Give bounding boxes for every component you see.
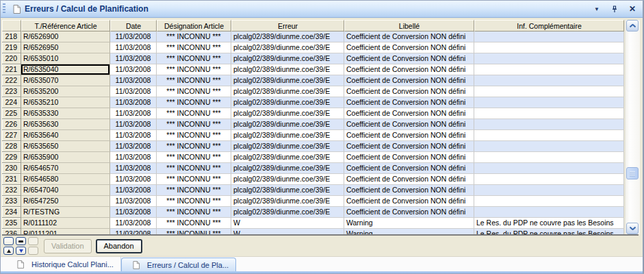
cell-rownum[interactable]: 227 <box>2 130 21 141</box>
cell-designation[interactable]: *** INCONNU *** <box>157 141 231 152</box>
cell-date[interactable]: 11/03/2008 <box>110 218 157 229</box>
cell-designation[interactable]: *** INCONNU *** <box>157 75 231 86</box>
cell-inf[interactable] <box>474 86 624 97</box>
validation-button[interactable]: Validation <box>44 239 92 253</box>
cell-designation[interactable]: *** INCONNU *** <box>157 185 231 196</box>
cell-reference[interactable]: R/6535210 <box>21 97 110 108</box>
cell-reference[interactable]: R/6547040 <box>21 185 110 196</box>
cell-libelle[interactable]: Coefficient de Conversion NON défini <box>344 196 474 207</box>
cell-rownum[interactable]: 223 <box>2 86 21 97</box>
pin-icon[interactable] <box>610 3 619 14</box>
close-icon[interactable]: ✕ <box>628 3 637 14</box>
cell-erreur[interactable]: plcalg02/389/diunme.coe/39/E <box>231 130 344 141</box>
table-row[interactable]: 236 R/0111201 11/03/2008 *** INCONNU ***… <box>2 229 624 234</box>
cell-erreur[interactable]: plcalg02/389/diunme.coe/39/E <box>231 152 344 163</box>
cell-libelle[interactable]: Warning <box>344 218 474 229</box>
nav-last-record-button[interactable] <box>16 237 26 245</box>
cell-erreur[interactable]: plcalg02/389/diunme.coe/39/E <box>231 42 344 53</box>
cell-libelle[interactable]: Coefficient de Conversion NON défini <box>344 141 474 152</box>
cell-erreur[interactable]: plcalg02/389/diunme.coe/39/E <box>231 53 344 64</box>
cell-date[interactable]: 11/03/2008 <box>110 130 157 141</box>
cell-designation[interactable]: *** INCONNU *** <box>157 229 231 234</box>
cell-inf[interactable] <box>474 207 624 218</box>
cell-reference[interactable]: R/6535070 <box>21 75 110 86</box>
cell-libelle[interactable]: Coefficient de Conversion NON défini <box>344 130 474 141</box>
cell-inf[interactable]: Le Res. du PDP ne couvre pas les Besoins <box>474 229 624 234</box>
table-row[interactable]: 229 R/6535900 11/03/2008 *** INCONNU ***… <box>2 152 624 163</box>
cell-inf[interactable] <box>474 42 624 53</box>
nav-disabled-button-2[interactable] <box>28 247 38 255</box>
cell-date[interactable]: 11/03/2008 <box>110 97 157 108</box>
cell-date[interactable]: 11/03/2008 <box>110 141 157 152</box>
column-header-inf[interactable]: Inf. Complémentaire <box>474 20 624 32</box>
cell-designation[interactable]: *** INCONNU *** <box>157 53 231 64</box>
cell-rownum[interactable]: 234 <box>2 207 21 218</box>
cell-inf[interactable] <box>474 185 624 196</box>
table-row[interactable]: 228 R/6535650 11/03/2008 *** INCONNU ***… <box>2 141 624 152</box>
cell-rownum[interactable]: 221 <box>2 64 21 75</box>
cell-designation[interactable]: *** INCONNU *** <box>157 42 231 53</box>
cell-designation[interactable]: *** INCONNU *** <box>157 196 231 207</box>
cell-rownum[interactable]: 225 <box>2 108 21 119</box>
cell-erreur[interactable]: plcalg02/389/diunme.coe/39/E <box>231 64 344 75</box>
cell-date[interactable]: 11/03/2008 <box>110 196 157 207</box>
cell-designation[interactable]: *** INCONNU *** <box>157 119 231 130</box>
cell-rownum[interactable]: 219 <box>2 42 21 53</box>
cell-libelle[interactable]: Coefficient de Conversion NON défini <box>344 64 474 75</box>
table-row[interactable]: 221 R/6535040 11/03/2008 *** INCONNU ***… <box>2 64 624 75</box>
cell-erreur[interactable]: plcalg02/389/diunme.coe/39/E <box>231 32 344 42</box>
cell-inf[interactable] <box>474 196 624 207</box>
cell-inf[interactable]: Le Res. du PDP ne couvre pas les Besoins <box>474 218 624 229</box>
table-row[interactable]: 232 R/6547040 11/03/2008 *** INCONNU ***… <box>2 185 624 196</box>
cell-rownum[interactable]: 226 <box>2 119 21 130</box>
column-header-reference[interactable]: T./Référence Article <box>21 20 110 32</box>
cell-designation[interactable]: *** INCONNU *** <box>157 64 231 75</box>
cell-erreur[interactable]: W <box>231 229 344 234</box>
scrollbar-thumb[interactable] <box>626 167 639 179</box>
column-header-date[interactable]: Date <box>110 20 157 32</box>
cell-date[interactable]: 11/03/2008 <box>110 108 157 119</box>
cell-inf[interactable] <box>474 75 624 86</box>
cell-date[interactable]: 11/03/2008 <box>110 53 157 64</box>
cell-erreur[interactable]: plcalg02/389/diunme.coe/39/E <box>231 185 344 196</box>
cell-libelle[interactable]: Coefficient de Conversion NON défini <box>344 163 474 174</box>
cell-reference[interactable]: R/6546580 <box>21 174 110 185</box>
cell-rownum[interactable]: 229 <box>2 152 21 163</box>
cell-inf[interactable] <box>474 141 624 152</box>
cell-rownum[interactable]: 218 <box>2 32 21 42</box>
cell-inf[interactable] <box>474 119 624 130</box>
cell-date[interactable]: 11/03/2008 <box>110 152 157 163</box>
cell-reference[interactable]: R/6535040 <box>21 64 110 75</box>
cell-erreur[interactable]: plcalg02/389/diunme.coe/39/E <box>231 174 344 185</box>
cell-libelle[interactable]: Coefficient de Conversion NON défini <box>344 174 474 185</box>
cell-libelle[interactable]: Coefficient de Conversion NON défini <box>344 32 474 42</box>
cell-designation[interactable]: *** INCONNU *** <box>157 218 231 229</box>
cell-rownum[interactable]: 236 <box>2 229 21 234</box>
cell-date[interactable]: 11/03/2008 <box>110 75 157 86</box>
column-header-erreur[interactable]: Erreur <box>231 20 344 32</box>
table-row[interactable]: 226 R/6535630 11/03/2008 *** INCONNU ***… <box>2 119 624 130</box>
column-header-designation[interactable]: Désignation Article <box>157 20 231 32</box>
cell-reference[interactable]: R/6535650 <box>21 141 110 152</box>
table-row[interactable]: 223 R/6535200 11/03/2008 *** INCONNU ***… <box>2 86 624 97</box>
cell-libelle[interactable]: Coefficient de Conversion NON défini <box>344 108 474 119</box>
cell-rownum[interactable]: 222 <box>2 75 21 86</box>
table-row[interactable]: 224 R/6535210 11/03/2008 *** INCONNU ***… <box>2 97 624 108</box>
cell-erreur[interactable]: plcalg02/389/diunme.coe/39/E <box>231 196 344 207</box>
abandon-button[interactable]: Abandon <box>96 239 142 253</box>
tab-historique-calcul[interactable]: Historique Calcul Plani... <box>6 257 121 271</box>
nav-down-button[interactable] <box>16 247 26 255</box>
cell-designation[interactable]: *** INCONNU *** <box>157 207 231 218</box>
table-row[interactable]: 219 R/6526950 11/03/2008 *** INCONNU ***… <box>2 42 624 53</box>
cell-inf[interactable] <box>474 163 624 174</box>
table-row[interactable]: 225 R/6535330 11/03/2008 *** INCONNU ***… <box>2 108 624 119</box>
cell-date[interactable]: 11/03/2008 <box>110 32 157 42</box>
cell-date[interactable]: 11/03/2008 <box>110 207 157 218</box>
cell-reference[interactable]: R/6526950 <box>21 42 110 53</box>
cell-reference[interactable]: R/6546570 <box>21 163 110 174</box>
cell-designation[interactable]: *** INCONNU *** <box>157 152 231 163</box>
cell-erreur[interactable]: W <box>231 218 344 229</box>
cell-reference[interactable]: R/TESTNG <box>21 207 110 218</box>
vertical-scrollbar[interactable] <box>625 20 640 234</box>
cell-inf[interactable] <box>474 152 624 163</box>
